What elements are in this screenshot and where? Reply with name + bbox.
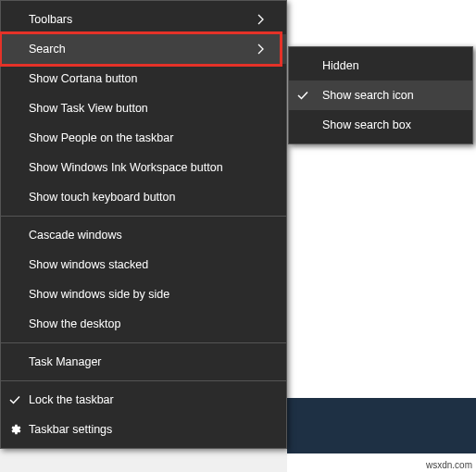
menu-item-label: Search <box>29 43 257 56</box>
submenu-item-hidden[interactable]: Hidden <box>289 51 472 81</box>
menu-item-label: Show windows side by side <box>29 288 275 301</box>
watermark: wsxdn.com <box>426 460 472 470</box>
menu-separator <box>1 342 286 343</box>
menu-item-label: Toolbars <box>29 13 257 26</box>
menu-item-people[interactable]: Show People on the taskbar <box>1 123 286 153</box>
submenu-item-label: Show search box <box>322 118 461 131</box>
taskbar-context-menu: ToolbarsSearchShow Cortana buttonShow Ta… <box>0 0 287 449</box>
menu-item-desktop[interactable]: Show the desktop <box>1 309 286 339</box>
menu-item-label: Show windows stacked <box>29 258 275 271</box>
menu-item-label: Show Windows Ink Workspace button <box>29 161 275 174</box>
menu-item-label: Show touch keyboard button <box>29 191 275 204</box>
menu-item-lock[interactable]: Lock the taskbar <box>1 385 286 415</box>
menu-item-label: Show the desktop <box>29 317 275 330</box>
menu-item-label: Cascade windows <box>29 229 275 242</box>
menu-item-ink[interactable]: Show Windows Ink Workspace button <box>1 153 286 182</box>
submenu-item-showicon[interactable]: Show search icon <box>289 81 472 110</box>
chevron-right-icon <box>257 14 275 25</box>
menu-item-settings[interactable]: Taskbar settings <box>1 415 286 444</box>
submenu-item-label: Hidden <box>322 59 461 72</box>
menu-item-label: Show Task View button <box>29 102 275 115</box>
check-icon <box>295 88 310 103</box>
submenu-item-showbox[interactable]: Show search box <box>289 110 472 140</box>
menu-item-taskmgr[interactable]: Task Manager <box>1 347 286 377</box>
menu-item-taskview[interactable]: Show Task View button <box>1 93 286 123</box>
menu-item-label: Show People on the taskbar <box>29 131 275 144</box>
search-submenu: HiddenShow search iconShow search box <box>288 46 473 144</box>
gear-icon <box>7 422 22 437</box>
menu-item-cortana[interactable]: Show Cortana button <box>1 64 286 93</box>
menu-separator <box>1 216 286 217</box>
menu-item-label: Lock the taskbar <box>29 393 275 406</box>
menu-item-stacked[interactable]: Show windows stacked <box>1 250 286 279</box>
menu-item-label: Task Manager <box>29 355 275 368</box>
menu-separator <box>1 380 286 381</box>
check-icon <box>7 392 22 407</box>
menu-item-toolbars[interactable]: Toolbars <box>1 5 286 34</box>
menu-item-cascade[interactable]: Cascade windows <box>1 220 286 250</box>
menu-item-label: Taskbar settings <box>29 423 275 436</box>
menu-item-search[interactable]: Search <box>1 34 286 64</box>
chevron-right-icon <box>257 43 275 55</box>
submenu-item-label: Show search icon <box>322 89 461 102</box>
menu-item-label: Show Cortana button <box>29 72 275 85</box>
menu-item-touchkb[interactable]: Show touch keyboard button <box>1 182 286 212</box>
background-strip <box>287 398 476 453</box>
menu-item-sidebyside[interactable]: Show windows side by side <box>1 279 286 309</box>
